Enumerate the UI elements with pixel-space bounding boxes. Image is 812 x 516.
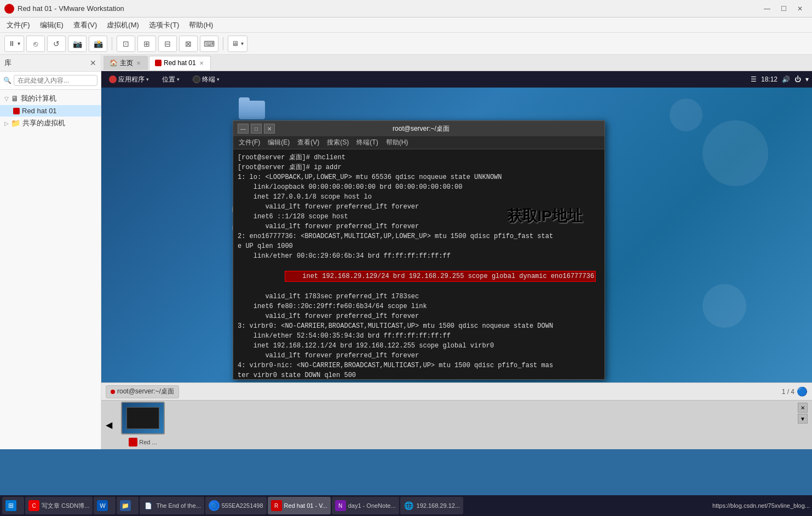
computer-icon: 🖥 xyxy=(11,94,19,103)
tab-redhat01[interactable]: Red hat 01 ✕ xyxy=(149,56,211,70)
mini-terminal-preview xyxy=(126,407,159,429)
desktop-clock: ☰ 18:12 🔊 ⏻ ▾ xyxy=(751,76,809,83)
term-line-19: inet 192.168.122.1/24 brd 192.168.122.25… xyxy=(238,341,600,351)
thumbnail-item-redhat01[interactable]: Red ... xyxy=(119,399,167,451)
titlebar-left: Red hat 01 - VMware Workstation xyxy=(4,4,124,14)
maximize-button[interactable]: ☐ xyxy=(776,3,791,15)
menu-vm[interactable]: 虚拟机(M) xyxy=(102,19,143,31)
menu-tabs[interactable]: 选项卡(T) xyxy=(145,19,184,31)
taskbar-icon-ip: 🌐 xyxy=(404,500,414,511)
sidebar-item-shared-vms[interactable]: ▷ 📁 共享的虚拟机 xyxy=(0,117,101,130)
term-line-1: [root@server 桌面]# dhclient xyxy=(238,153,600,163)
taskbar-555ea-label: 555EA2251498 xyxy=(222,502,263,509)
revert-button[interactable]: ↺ xyxy=(47,36,66,52)
terminal-titlebar: — □ ✕ root@server:~/桌面 xyxy=(233,121,604,136)
taskbar-item-ip[interactable]: 🌐 192.168.29.12... xyxy=(400,497,464,514)
sidebar-header: 库 ✕ xyxy=(0,55,101,72)
titlebar-controls: — ☐ ✕ xyxy=(759,3,808,15)
applications-icon xyxy=(109,76,117,83)
toolbar-separator2 xyxy=(223,37,223,50)
places-label: 位置 xyxy=(162,75,175,84)
display-button[interactable]: 🖥 xyxy=(228,36,247,52)
taskbar-csdn-label: 写文章 CSDN博... xyxy=(42,502,89,510)
menu-edit[interactable]: 编辑(E) xyxy=(36,19,68,31)
sidebar-tree: ▽ 🖥 我的计算机 Red hat 01 ▷ 📁 共享的虚拟机 xyxy=(0,90,101,132)
desktop-menu-applications[interactable]: 应用程序 xyxy=(105,74,153,85)
terminal-maximize-button[interactable]: □ xyxy=(251,124,262,134)
terminal-minimize-button[interactable]: — xyxy=(238,124,249,134)
taskbar-item-555ea[interactable]: 🔵 555EA2251498 xyxy=(205,497,267,514)
power-button[interactable]: ⏸ xyxy=(4,36,24,52)
send-ctrl-alt-del-button[interactable]: ⎋ xyxy=(26,36,45,52)
term-line-14: inet6 fe80::20c:29ff:fe60:6b34/64 scope … xyxy=(238,302,600,311)
term-menu-edit[interactable]: 编辑(E) xyxy=(264,137,293,148)
terminal-menubar: 文件(F) 编辑(E) 查看(V) 搜索(S) 终端(T) 帮助(H) xyxy=(233,136,604,149)
vmware-logo-icon xyxy=(4,4,14,14)
thumbbar-toggle-left[interactable]: ◀ xyxy=(106,420,114,430)
tabbar: 🏠 主页 ✕ Red hat 01 ✕ xyxy=(101,55,812,71)
thumb-close-button[interactable]: ✕ xyxy=(798,403,808,413)
main-area: 库 ✕ 🔍 ▽ 🖥 我的计算机 Red hat 01 ▷ 📁 共享的虚拟机 xyxy=(0,55,812,449)
home-icon: 🏠 xyxy=(110,59,118,67)
taskbar-start-button[interactable]: ⊞ xyxy=(2,497,24,514)
desktop-toolbar: 应用程序 位置 终端 ☰ 18:12 🔊 ⏻ ▾ xyxy=(101,71,812,88)
menu-view[interactable]: 查看(V) xyxy=(69,19,101,31)
sound-icon: 🔊 xyxy=(782,76,790,83)
sidebar-search-input[interactable] xyxy=(14,75,97,86)
snapshot2-button[interactable]: 📸 xyxy=(89,36,107,52)
start-icon: ⊞ xyxy=(5,500,16,511)
term-menu-file[interactable]: 文件(F) xyxy=(235,137,263,148)
term-menu-view[interactable]: 查看(V) xyxy=(294,137,323,148)
terminal-window-controls: — □ ✕ xyxy=(238,124,275,134)
toolbar: ⏸ ⎋ ↺ 📷 📸 ⊡ ⊞ ⊟ ⊠ ⌨ 🖥 xyxy=(0,33,812,55)
menu-help[interactable]: 帮助(H) xyxy=(185,19,217,31)
status-vm-label[interactable]: root@server:~/桌面 xyxy=(106,385,179,398)
vm-area-wrapper: 🏠 主页 ✕ Red hat 01 ✕ 应用程序 位置 终端 xyxy=(101,55,812,449)
minimize-button[interactable]: — xyxy=(759,3,775,15)
taskbar-item-csdn[interactable]: C 写文章 CSDN博... xyxy=(25,497,93,514)
thumbnail-label: Red ... xyxy=(139,439,157,445)
desktop-menu-places[interactable]: 位置 xyxy=(158,74,184,85)
view3-button[interactable]: ⊟ xyxy=(158,36,177,52)
applications-label: 应用程序 xyxy=(118,75,145,84)
sidebar-close-button[interactable]: ✕ xyxy=(90,59,96,67)
sidebar-item-redhat01[interactable]: Red hat 01 xyxy=(0,105,101,117)
deco-circle3 xyxy=(670,98,702,131)
unity-button[interactable]: ⊞ xyxy=(137,36,156,52)
deco-circle2 xyxy=(702,284,746,328)
snapshot-button[interactable]: 📷 xyxy=(68,36,87,52)
term-menu-search[interactable]: 搜索(S) xyxy=(324,137,352,148)
status-vm-text: root@server:~/桌面 xyxy=(117,387,174,396)
taskbar-item-redhat-vm[interactable]: R Red hat 01 - V... xyxy=(268,497,331,514)
console-button[interactable]: ⌨ xyxy=(200,36,218,52)
taskbar-item-endofthe[interactable]: 📄 The End of the... xyxy=(140,497,204,514)
menu-file[interactable]: 文件(F) xyxy=(2,19,34,31)
thumbnail-vm-icon xyxy=(129,438,137,447)
taskbar-item-onenote[interactable]: N day1 - OneNote... xyxy=(332,497,399,514)
thumb-expand-button[interactable]: ▼ xyxy=(798,414,808,424)
taskbar-icon-2: W xyxy=(97,500,108,511)
clock-icon: ☰ xyxy=(751,76,757,83)
terminal-label: 终端 xyxy=(202,75,215,84)
taskbar-item-3[interactable]: 📁 xyxy=(117,497,139,514)
fullscreen-button[interactable]: ⊡ xyxy=(117,36,135,52)
tab-home[interactable]: 🏠 主页 ✕ xyxy=(103,56,148,70)
taskbar-item-2[interactable]: W xyxy=(94,497,116,514)
sidebar-item-my-computer[interactable]: ▽ 🖥 我的计算机 xyxy=(0,92,101,105)
term-line-20: valid_lft forever preferred_lft forever xyxy=(238,351,600,361)
toolbar-separator xyxy=(112,37,112,50)
close-button[interactable]: ✕ xyxy=(792,3,808,15)
tab-home-close-button[interactable]: ✕ xyxy=(135,60,142,67)
power-icon: ⏻ xyxy=(794,76,801,83)
term-line-18: link/ether 52:54:00:35:94:3d brd ff:ff:f… xyxy=(238,331,600,341)
sidebar-search-container: 🔍 xyxy=(0,72,101,90)
menubar: 文件(F) 编辑(E) 查看(V) 虚拟机(M) 选项卡(T) 帮助(H) xyxy=(0,18,812,33)
view4-button[interactable]: ⊠ xyxy=(179,36,198,52)
terminal-window: — □ ✕ root@server:~/桌面 文件(F) 编辑(E) 查看(V)… xyxy=(233,120,605,380)
tab-redhat01-close-button[interactable]: ✕ xyxy=(198,60,205,67)
term-line-9: 2: eno16777736: <BROADCAST,MULTICAST,UP,… xyxy=(238,231,600,241)
desktop-menu-terminal[interactable]: 终端 xyxy=(188,74,224,85)
terminal-close-button[interactable]: ✕ xyxy=(264,124,275,134)
term-menu-help[interactable]: 帮助(H) xyxy=(383,137,412,148)
term-menu-terminal[interactable]: 终端(T) xyxy=(353,137,381,148)
